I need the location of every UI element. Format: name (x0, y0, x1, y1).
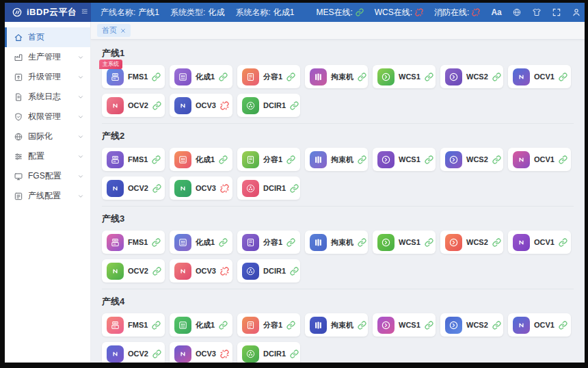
system-card[interactable]: OCV3 (170, 176, 232, 200)
system-card[interactable]: 拘束机 (305, 148, 368, 171)
link-online-icon[interactable] (286, 238, 295, 247)
link-online-icon[interactable] (425, 155, 433, 164)
sidebar-item-home[interactable]: 首页 (5, 27, 90, 47)
system-card[interactable]: OCV2 (102, 94, 165, 117)
home-icon (14, 33, 23, 42)
link-online-icon[interactable] (152, 238, 161, 247)
menu-fold-icon[interactable] (81, 8, 88, 18)
link-online-icon[interactable] (358, 155, 366, 164)
link-broken-icon[interactable] (220, 184, 229, 193)
system-card[interactable]: OCV3 (170, 259, 232, 282)
system-card[interactable]: 分容1 (237, 313, 300, 337)
system-card[interactable]: DCIR1 (237, 176, 300, 200)
link-online-icon[interactable] (219, 73, 228, 81)
link-online-icon[interactable] (219, 321, 228, 330)
link-broken-icon[interactable] (220, 101, 229, 110)
system-card[interactable]: FMS1 (102, 313, 165, 337)
system-card[interactable]: 拘束机 (305, 313, 368, 337)
system-card[interactable]: OCV2 (102, 342, 165, 363)
link-online-icon[interactable] (559, 155, 567, 164)
link-online-icon[interactable] (425, 73, 433, 81)
sidebar-item-line-config[interactable]: 产线配置 (5, 186, 90, 206)
link-online-icon[interactable] (492, 73, 501, 81)
system-card[interactable]: 化成1 (170, 313, 232, 337)
system-card[interactable]: WCS1 (373, 148, 436, 171)
link-online-icon[interactable] (290, 101, 299, 110)
font-size-icon[interactable]: Aa (491, 8, 501, 17)
link-online-icon[interactable] (425, 321, 433, 330)
system-card[interactable]: 分容1 (237, 231, 300, 254)
theme-shirt-icon[interactable] (532, 8, 542, 17)
language-globe-icon[interactable] (512, 8, 522, 17)
user-icon[interactable] (572, 8, 581, 17)
link-online-icon[interactable] (425, 238, 433, 247)
link-online-icon[interactable] (219, 238, 228, 247)
sidebar-item-upgrade[interactable]: 升级管理 (5, 67, 90, 87)
system-card[interactable]: OCV1 (508, 148, 571, 171)
wcs-icon (445, 317, 462, 334)
link-online-icon[interactable] (219, 155, 228, 164)
link-online-icon[interactable] (358, 73, 366, 81)
link-online-icon[interactable] (559, 73, 567, 81)
system-card[interactable]: DCIR1 (237, 259, 300, 282)
system-card[interactable]: 化成1 (170, 148, 232, 171)
link-online-icon[interactable] (358, 238, 366, 247)
sidebar-item-production[interactable]: 生产管理 (5, 47, 90, 67)
link-online-icon[interactable] (152, 101, 161, 110)
link-online-icon[interactable] (152, 155, 161, 164)
link-online-icon[interactable] (492, 321, 501, 330)
system-card[interactable]: 拘束机 (305, 65, 368, 88)
system-card[interactable]: FMS1 (102, 148, 165, 171)
link-online-icon[interactable] (290, 350, 299, 358)
link-online-icon[interactable] (286, 321, 295, 330)
link-broken-icon[interactable] (220, 267, 229, 276)
system-card[interactable]: OCV2 (102, 176, 165, 200)
link-online-icon[interactable] (152, 267, 161, 276)
system-card[interactable]: WCS2 (440, 65, 503, 88)
system-card[interactable]: WCS1 (373, 65, 436, 88)
link-online-icon[interactable] (152, 73, 161, 81)
sidebar-item-permission[interactable]: 权限管理 (5, 107, 90, 127)
system-card[interactable]: FMS1 (102, 231, 165, 254)
link-online-icon[interactable] (559, 238, 567, 247)
link-online-icon[interactable] (492, 155, 501, 164)
system-card[interactable]: WCS2 (440, 148, 503, 171)
link-online-icon[interactable] (152, 321, 161, 330)
system-card[interactable]: OCV1 (508, 313, 571, 337)
jushu-icon (310, 68, 327, 86)
system-card[interactable]: 主系统 FMS1 (102, 65, 165, 88)
system-card[interactable]: 拘束机 (305, 231, 368, 254)
link-broken-icon[interactable] (220, 350, 229, 358)
link-online-icon[interactable] (152, 350, 161, 358)
system-card[interactable]: WCS1 (373, 231, 436, 254)
system-card[interactable]: OCV3 (170, 342, 232, 363)
tab-home[interactable]: 首页 (97, 24, 131, 37)
system-card[interactable]: OCV2 (102, 259, 165, 282)
system-card[interactable]: 分容1 (237, 65, 300, 88)
sidebar-item-config[interactable]: 配置 (5, 146, 90, 166)
fullscreen-icon[interactable] (552, 8, 561, 17)
link-online-icon[interactable] (559, 321, 567, 330)
system-card[interactable]: 分容1 (237, 148, 300, 171)
close-icon[interactable] (120, 28, 126, 34)
sidebar-item-i18n[interactable]: 国际化 (5, 127, 90, 146)
system-card[interactable]: DCIR1 (237, 342, 300, 363)
system-card[interactable]: 化成1 (170, 65, 232, 88)
system-card[interactable]: OCV1 (508, 231, 571, 254)
link-online-icon[interactable] (286, 73, 295, 81)
sidebar-item-fgs-config[interactable]: FGS配置 (5, 166, 90, 186)
link-online-icon[interactable] (290, 267, 299, 276)
sidebar-item-logs[interactable]: 系统日志 (5, 87, 90, 107)
system-card[interactable]: 化成1 (170, 231, 232, 254)
system-card[interactable]: WCS1 (373, 313, 436, 337)
system-card[interactable]: OCV3 (170, 94, 232, 117)
system-card[interactable]: WCS2 (440, 231, 503, 254)
link-online-icon[interactable] (286, 155, 295, 164)
system-card[interactable]: WCS2 (440, 313, 503, 337)
link-online-icon[interactable] (492, 238, 501, 247)
link-online-icon[interactable] (152, 184, 161, 193)
system-card[interactable]: DCIR1 (237, 94, 300, 117)
link-online-icon[interactable] (358, 321, 366, 330)
link-online-icon[interactable] (290, 184, 299, 193)
system-card[interactable]: OCV1 (508, 65, 571, 88)
